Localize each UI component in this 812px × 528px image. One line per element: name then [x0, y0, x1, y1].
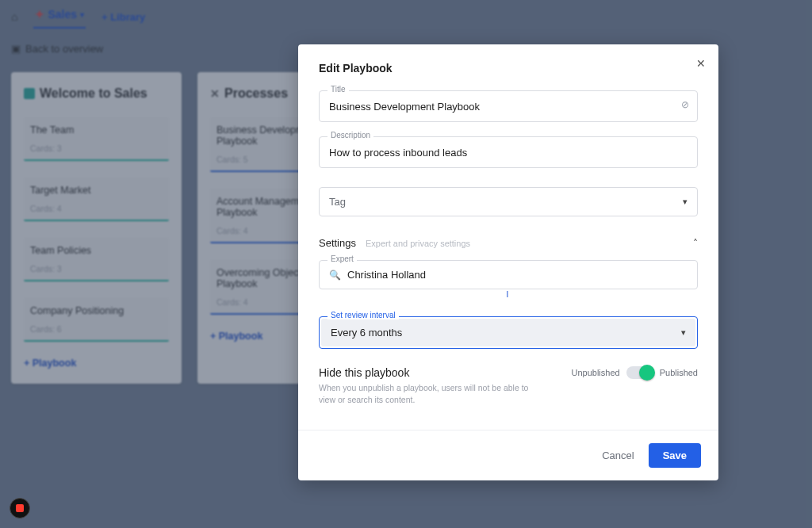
settings-sublabel: Expert and privacy settings [366, 239, 470, 248]
tag-placeholder: Tag [329, 196, 346, 208]
record-icon [16, 504, 24, 512]
field-label: Set review interval [327, 311, 399, 319]
interval-value: Every 6 months [331, 327, 402, 339]
settings-label: Settings [319, 237, 356, 249]
save-button[interactable]: Save [649, 443, 701, 468]
record-indicator[interactable] [10, 498, 30, 518]
toggle-knob [639, 365, 655, 381]
close-icon[interactable]: ✕ [696, 57, 706, 70]
chevron-up-icon: ˄ [693, 238, 698, 249]
edit-playbook-modal: ✕ Edit Playbook Title ⊘ Description Tag … [298, 44, 718, 480]
search-icon: 🔍 [329, 270, 341, 281]
modal-footer: Cancel Save [298, 430, 718, 480]
expert-input[interactable] [347, 269, 688, 281]
expert-field[interactable]: Expert 🔍 [319, 260, 698, 289]
field-label: Description [327, 131, 373, 140]
hide-playbook-section: Hide this playbook When you unpublish a … [319, 366, 698, 405]
modal-title: Edit Playbook [319, 62, 698, 75]
tag-select[interactable]: Tag ▾ [319, 187, 698, 216]
title-field[interactable]: Title ⊘ [319, 90, 698, 122]
unpublished-label: Unpublished [572, 368, 620, 377]
published-label: Published [660, 368, 698, 377]
hide-title: Hide this playbook [319, 366, 533, 379]
hide-description: When you unpublish a playbook, users wil… [319, 382, 533, 405]
cancel-button[interactable]: Cancel [602, 450, 634, 461]
title-input[interactable] [329, 101, 688, 113]
description-input[interactable] [329, 147, 688, 159]
description-field[interactable]: Description [319, 136, 698, 168]
text-cursor-icon: I [507, 290, 509, 299]
review-interval-select[interactable]: Set review interval Every 6 months ▾ [319, 316, 698, 349]
publish-toggle[interactable] [626, 366, 653, 379]
field-label: Title [327, 85, 349, 94]
clear-icon[interactable]: ⊘ [681, 99, 689, 110]
chevron-down-icon: ▾ [681, 327, 686, 338]
chevron-down-icon: ▾ [683, 197, 688, 207]
field-label: Expert [327, 254, 357, 263]
settings-accordion-header[interactable]: Settings Expert and privacy settings ˄ [319, 237, 698, 249]
